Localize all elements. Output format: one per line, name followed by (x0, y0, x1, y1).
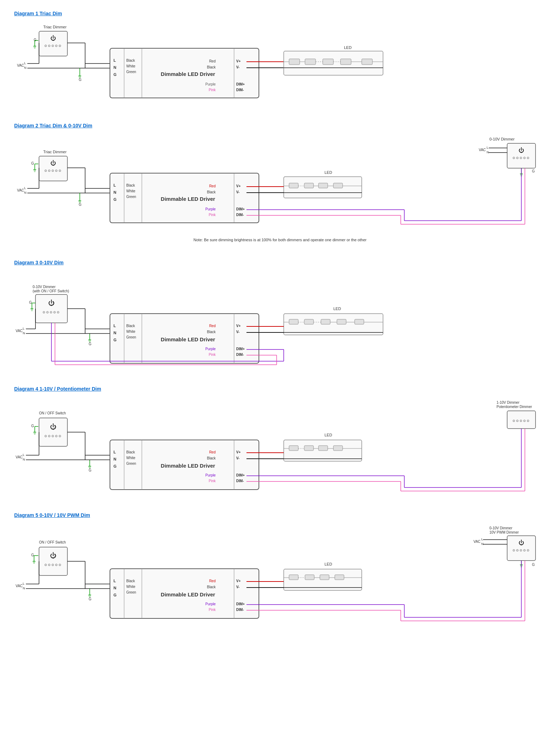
svg-rect-342 (305, 575, 314, 580)
svg-text:Black: Black (126, 450, 135, 454)
svg-text:LED: LED (325, 562, 332, 566)
svg-rect-189 (304, 319, 314, 324)
svg-text:L: L (24, 61, 26, 65)
svg-text:Triac Dimmer: Triac Dimmer (43, 150, 67, 154)
svg-text:Red: Red (209, 450, 216, 454)
svg-rect-195 (355, 319, 364, 324)
svg-text:⊙⊙⊙⊙⊙: ⊙⊙⊙⊙⊙ (512, 156, 530, 160)
svg-text:⏻: ⏻ (519, 540, 524, 546)
svg-text:L: L (23, 582, 24, 585)
svg-rect-124 (318, 183, 328, 188)
svg-text:DIM+: DIM+ (236, 602, 245, 606)
svg-text:⏻: ⏻ (50, 35, 56, 41)
svg-text:Dimmable LED Driver: Dimmable LED Driver (161, 463, 215, 469)
svg-text:N: N (113, 190, 116, 194)
svg-text:DIM+: DIM+ (236, 473, 245, 477)
diagram3-title: Diagram 3 0-10V Dim (14, 260, 546, 265)
svg-rect-191 (321, 319, 330, 324)
svg-text:0-10V Dimmer: 0-10V Dimmer (33, 285, 56, 289)
diagram3-section: Diagram 3 0-10V Dim 0-10V Dimmer (with O… (14, 260, 546, 368)
svg-text:LED: LED (344, 45, 351, 50)
svg-text:Black: Black (126, 324, 135, 328)
svg-rect-261 (304, 446, 314, 451)
svg-text:N: N (481, 542, 484, 546)
svg-text:G: G (89, 342, 92, 346)
svg-text:VAC: VAC (17, 188, 24, 192)
diagram1-title: Diagram 1 Triac Dim (14, 11, 546, 16)
svg-text:V-: V- (236, 65, 239, 69)
svg-text:White: White (126, 585, 135, 589)
svg-text:N: N (113, 457, 116, 461)
svg-text:Black: Black (207, 456, 216, 460)
svg-text:⏻: ⏻ (50, 552, 56, 559)
svg-rect-265 (333, 446, 343, 451)
svg-text:ON / OFF Switch: ON / OFF Switch (39, 540, 66, 544)
diagram5-section: Diagram 5 0-10V / 10V PWM Dim 0-10V Dimm… (14, 512, 546, 624)
svg-text:Purple: Purple (205, 82, 216, 86)
svg-text:White: White (126, 456, 135, 460)
svg-rect-259 (289, 446, 298, 451)
svg-text:0-10V Dimmer: 0-10V Dimmer (489, 137, 515, 141)
svg-text:G: G (34, 38, 37, 42)
svg-rect-340 (289, 575, 298, 580)
svg-rect-50 (305, 59, 316, 65)
svg-text:G: G (532, 169, 535, 173)
svg-text:⊙⊙⊙⊙⊙: ⊙⊙⊙⊙⊙ (44, 44, 62, 48)
svg-text:L: L (23, 327, 24, 330)
svg-text:Black: Black (207, 585, 216, 589)
svg-text:⏻: ⏻ (50, 160, 56, 166)
svg-text:⊙⊙⊙⊙⊙: ⊙⊙⊙⊙⊙ (43, 310, 60, 314)
svg-text:LED: LED (333, 307, 341, 311)
svg-text:Potentiometer Dimmer: Potentiometer Dimmer (497, 405, 532, 409)
svg-text:Black: Black (207, 65, 216, 69)
svg-text:Pink: Pink (209, 608, 216, 612)
svg-text:VAC: VAC (17, 64, 24, 67)
svg-rect-126 (333, 183, 343, 188)
svg-rect-56 (362, 59, 372, 65)
svg-text:N: N (24, 66, 27, 70)
svg-text:G: G (113, 464, 117, 468)
svg-text:G: G (532, 563, 535, 567)
svg-text:L: L (113, 450, 116, 454)
diagram3-svg: 0-10V Dimmer (with ON / OFF Switch) ⏻ ⊙⊙… (14, 272, 546, 368)
svg-rect-122 (304, 183, 314, 188)
svg-text:0-10V Dimmer: 0-10V Dimmer (489, 526, 512, 530)
svg-text:⏻: ⏻ (519, 147, 524, 153)
svg-text:Red: Red (209, 324, 216, 328)
svg-text:G: G (29, 301, 32, 304)
svg-text:DIM-: DIM- (236, 353, 244, 357)
svg-text:(with ON / OFF Switch): (with ON / OFF Switch) (33, 289, 69, 293)
svg-text:Dimmable LED Driver: Dimmable LED Driver (161, 196, 215, 202)
svg-text:⊙⊙⊙⊙⊙: ⊙⊙⊙⊙⊙ (44, 563, 62, 567)
svg-text:DIM-: DIM- (236, 88, 244, 92)
svg-text:V-: V- (236, 190, 239, 194)
diagram5-svg: 0-10V Dimmer 10V PWM Dimmer VAC L N ⏻ ⊙⊙… (14, 525, 546, 624)
svg-text:Green: Green (126, 70, 136, 74)
svg-text:V-: V- (236, 585, 239, 589)
svg-text:L: L (113, 183, 116, 187)
diagram5-title: Diagram 5 0-10V / 10V PWM Dim (14, 512, 546, 518)
svg-text:Pink: Pink (209, 353, 216, 357)
svg-text:N: N (24, 191, 27, 194)
svg-text:Black: Black (126, 579, 135, 583)
svg-rect-185 (284, 314, 383, 335)
svg-text:DIM-: DIM- (236, 213, 244, 217)
svg-text:White: White (126, 64, 135, 68)
svg-text:Purple: Purple (205, 347, 216, 351)
svg-text:Dimmable LED Driver: Dimmable LED Driver (161, 591, 215, 597)
svg-text:L: L (487, 146, 488, 149)
svg-text:G: G (31, 424, 34, 428)
svg-text:Purple: Purple (205, 473, 216, 477)
svg-text:⊙⊙⊙⊙⊙: ⊙⊙⊙⊙⊙ (512, 419, 530, 423)
diagram1-section: Diagram 1 Triac Dim Triac Dimmer ⏻ ⊙⊙⊙⊙⊙… (14, 11, 546, 105)
svg-text:ON / OFF Switch: ON / OFF Switch (39, 411, 66, 415)
svg-text:VAC: VAC (16, 329, 23, 333)
svg-rect-263 (318, 446, 328, 451)
svg-text:Pink: Pink (209, 479, 216, 483)
svg-text:Red: Red (209, 579, 216, 583)
svg-text:G: G (31, 553, 34, 557)
svg-text:⊙⊙⊙⊙⊙: ⊙⊙⊙⊙⊙ (44, 169, 62, 172)
svg-text:N: N (113, 586, 116, 590)
diagram2-section: Diagram 2 Triac Dim & 0-10V Dim 0-10V Di… (14, 123, 546, 242)
svg-text:DIM+: DIM+ (236, 82, 245, 86)
